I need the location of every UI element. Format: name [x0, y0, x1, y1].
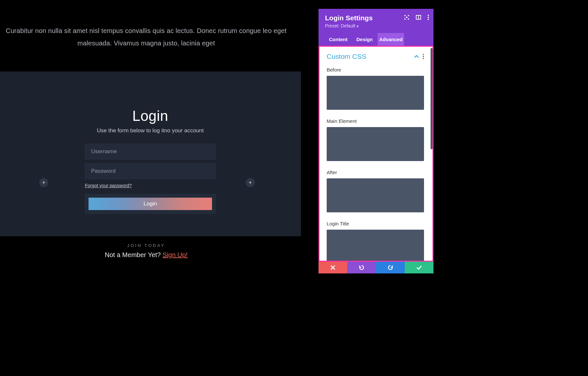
tab-design[interactable]: Design: [351, 33, 378, 46]
hero-text: Curabitur non nulla sit amet nisl tempus…: [0, 25, 292, 49]
svg-point-6: [423, 54, 424, 55]
css-label-before: Before: [327, 67, 424, 73]
undo-icon: [359, 265, 365, 270]
svg-point-5: [428, 19, 429, 20]
redo-icon: [387, 265, 393, 270]
login-heading: Login: [85, 108, 216, 124]
svg-rect-0: [406, 17, 407, 18]
login-module: + + Login Use the form below to log itno…: [0, 72, 301, 236]
css-input-before[interactable]: [327, 76, 424, 110]
panel-footer: [318, 262, 433, 273]
css-label-after: After: [327, 170, 424, 175]
panel-header: Login Settings Preset: Default▼ Content …: [318, 9, 433, 46]
css-input-after[interactable]: [327, 178, 424, 212]
join-today-label: Join Today: [0, 243, 292, 248]
focus-icon[interactable]: [404, 15, 409, 20]
username-input[interactable]: [85, 144, 216, 159]
settings-panel: Login Settings Preset: Default▼ Content …: [318, 9, 433, 273]
save-button[interactable]: [405, 262, 433, 273]
tab-content[interactable]: Content: [325, 33, 351, 46]
svg-point-7: [423, 56, 424, 57]
login-subtext: Use the form below to log itno your acco…: [85, 127, 216, 134]
not-member-text: Not a Member Yet? Sign Up!: [0, 251, 292, 259]
preset-selector[interactable]: Preset: Default▼: [325, 23, 427, 28]
preset-label: Preset: Default: [325, 23, 355, 28]
chevron-up-icon[interactable]: [414, 55, 419, 58]
login-button-wrap: Login: [85, 194, 216, 214]
password-input[interactable]: [85, 163, 216, 179]
add-element-right-button[interactable]: +: [246, 178, 255, 187]
close-icon: [331, 265, 335, 270]
section-title-custom-css[interactable]: Custom CSS: [327, 53, 366, 60]
panel-body: Custom CSS Before Main Eleme: [319, 47, 431, 261]
add-element-left-button[interactable]: +: [39, 178, 48, 187]
forgot-password-link[interactable]: Forgot your password?: [85, 183, 216, 188]
css-input-main-element[interactable]: [327, 127, 424, 161]
css-label-login-title: Login Title: [327, 221, 424, 226]
undo-button[interactable]: [347, 262, 376, 273]
css-input-login-title[interactable]: [327, 230, 424, 261]
tab-advanced[interactable]: Advanced: [378, 33, 404, 46]
signup-link[interactable]: Sign Up!: [163, 251, 188, 258]
check-icon: [416, 266, 422, 270]
css-label-main-element: Main Element: [327, 118, 424, 124]
not-member-prefix: Not a Member Yet?: [105, 251, 163, 258]
more-vertical-icon[interactable]: [423, 54, 424, 59]
more-vertical-icon[interactable]: [428, 15, 429, 20]
panel-scrollbar[interactable]: [431, 47, 433, 261]
columns-icon[interactable]: [416, 15, 421, 20]
panel-tabs: Content Design Advanced: [325, 33, 427, 46]
login-submit-button[interactable]: Login: [89, 198, 212, 210]
svg-point-3: [428, 15, 429, 16]
svg-point-4: [428, 17, 429, 18]
svg-point-8: [423, 58, 424, 59]
redo-button[interactable]: [376, 262, 405, 273]
cancel-button[interactable]: [318, 262, 347, 273]
chevron-down-icon: ▼: [356, 25, 359, 28]
